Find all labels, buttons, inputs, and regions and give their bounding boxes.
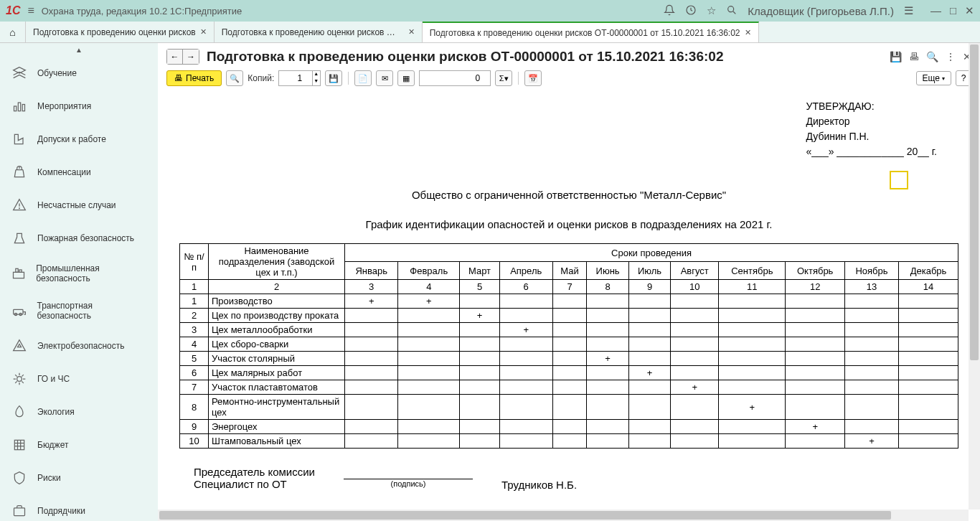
search-icon[interactable] <box>726 4 738 18</box>
cell <box>719 380 786 395</box>
cell <box>786 434 844 449</box>
sidebar-item[interactable]: Риски <box>0 461 158 494</box>
calendar-button[interactable]: 📅 <box>524 70 542 86</box>
scrollbar-horizontal[interactable] <box>158 510 969 521</box>
cell <box>786 323 844 337</box>
sidebar-item[interactable]: Пожарная безопасность <box>0 222 158 255</box>
sidebar-item[interactable]: Обучение <box>0 57 158 90</box>
sidebar-item[interactable]: Экология <box>0 395 158 428</box>
copies-input[interactable] <box>278 70 313 86</box>
cell <box>398 380 460 395</box>
minimize-icon[interactable]: — <box>930 4 941 17</box>
preview-button[interactable]: 🔍 <box>226 70 243 86</box>
tab-close-icon[interactable]: ✕ <box>200 27 207 37</box>
sidebar-item[interactable]: Промышленная безопасность <box>0 255 158 292</box>
sidebar-item[interactable]: Подрядчики <box>0 494 158 521</box>
tab-2[interactable]: Подготовка к проведению оценки рисков № … <box>215 22 423 42</box>
svg-point-6 <box>19 208 20 209</box>
cell: + <box>719 395 786 420</box>
cell <box>587 366 628 380</box>
more-button[interactable]: Еще▾ <box>916 71 951 85</box>
cell <box>628 309 671 323</box>
cell <box>628 352 671 366</box>
row-name: Штамповальный цех <box>209 434 345 449</box>
tool-btn-1[interactable]: 📄 <box>354 70 372 86</box>
sidebar-item[interactable]: Несчастные случаи <box>0 189 158 222</box>
home-tab[interactable]: ⌂ <box>0 22 26 42</box>
print-button[interactable]: 🖶 Печать <box>166 70 222 86</box>
user-label[interactable]: Кладовщик (Григорьева Л.П.) <box>748 5 894 17</box>
cell <box>552 420 587 434</box>
cell <box>398 395 460 420</box>
sidebar-label: Промышленная безопасность <box>36 263 146 283</box>
cell <box>398 309 460 323</box>
table-row: 9Энергоцех+ <box>180 420 958 434</box>
content: ← → Подготовка к проведению оценки риско… <box>158 43 980 521</box>
tab-3[interactable]: Подготовка к проведению оценки рисков ОТ… <box>423 22 759 42</box>
sidebar-item[interactable]: ГО и ЧС <box>0 362 158 395</box>
sigma-button[interactable]: Σ▾ <box>495 70 512 86</box>
save-icon[interactable]: 💾 <box>890 51 902 62</box>
sidebar-icon <box>11 338 27 354</box>
row-name: Энергоцех <box>209 420 345 434</box>
sidebar-item[interactable]: Электробезопасность <box>0 329 158 362</box>
tab-close-icon[interactable]: ✕ <box>745 28 751 37</box>
cell <box>719 352 786 366</box>
print-icon[interactable]: 🖶 <box>909 51 919 62</box>
sum-input[interactable] <box>419 70 491 86</box>
row-num: 9 <box>180 420 209 434</box>
mail-button[interactable]: ✉ <box>376 70 393 86</box>
sidebar-item[interactable]: Допуски к работе <box>0 123 158 156</box>
sidebar-item[interactable]: Мероприятия <box>0 90 158 123</box>
sidebar-label: Пожарная безопасность <box>37 233 134 243</box>
month-header: Декабрь <box>899 262 958 280</box>
sidebar-label: ГО и ЧС <box>37 374 70 384</box>
cell <box>460 420 500 434</box>
sidebar-item[interactable]: Транспортная безопасность <box>0 292 158 329</box>
star-icon[interactable]: ☆ <box>707 4 716 17</box>
tab-close-icon[interactable]: ✕ <box>408 27 415 37</box>
cell <box>844 366 898 380</box>
col-num-header: 10 <box>671 280 719 294</box>
save-button[interactable]: 💾 <box>325 70 342 86</box>
sidebar-up-icon[interactable]: ▲ <box>0 43 158 57</box>
more-icon[interactable]: ⋮ <box>946 51 956 62</box>
month-header: Октябрь <box>786 262 844 280</box>
cell <box>899 294 958 309</box>
cell <box>499 420 552 434</box>
sidebar-item[interactable]: Компенсации <box>0 156 158 189</box>
cell <box>671 434 719 449</box>
tab-1[interactable]: Подготовка к проведению оценки рисков✕ <box>26 22 215 42</box>
cell <box>671 352 719 366</box>
close-icon[interactable]: ✕ <box>965 4 974 17</box>
sidebar-label: Подрядчики <box>37 506 85 516</box>
cell <box>628 395 671 420</box>
svg-point-1 <box>728 6 734 11</box>
cell <box>899 309 958 323</box>
svg-rect-4 <box>22 105 24 111</box>
forward-button[interactable]: → <box>183 50 199 64</box>
col-num-header: 8 <box>587 280 628 294</box>
cell <box>628 380 671 395</box>
scrollbar-vertical[interactable] <box>969 43 980 510</box>
bell-icon[interactable] <box>664 4 675 18</box>
cell <box>552 309 587 323</box>
tool-btn-2[interactable]: ▦ <box>397 70 415 86</box>
preview-icon[interactable]: 🔍 <box>926 51 938 62</box>
maximize-icon[interactable]: □ <box>950 4 956 17</box>
month-header: Май <box>552 262 587 280</box>
cell <box>398 366 460 380</box>
col-num-header: 13 <box>844 280 898 294</box>
cell <box>345 323 398 337</box>
table-row: 6Цех малярных работ+ <box>180 366 958 380</box>
sidebar-item[interactable]: Бюджет <box>0 428 158 461</box>
cell <box>398 352 460 366</box>
back-button[interactable]: ← <box>167 50 183 64</box>
cell <box>587 294 628 309</box>
menu-icon[interactable]: ≡ <box>27 4 34 17</box>
history-icon[interactable] <box>685 4 697 18</box>
copies-spinner[interactable]: ▲▼ <box>312 70 321 86</box>
col-num-header: 11 <box>719 280 786 294</box>
settings-icon[interactable]: ☰ <box>904 4 913 17</box>
cell <box>844 337 898 352</box>
